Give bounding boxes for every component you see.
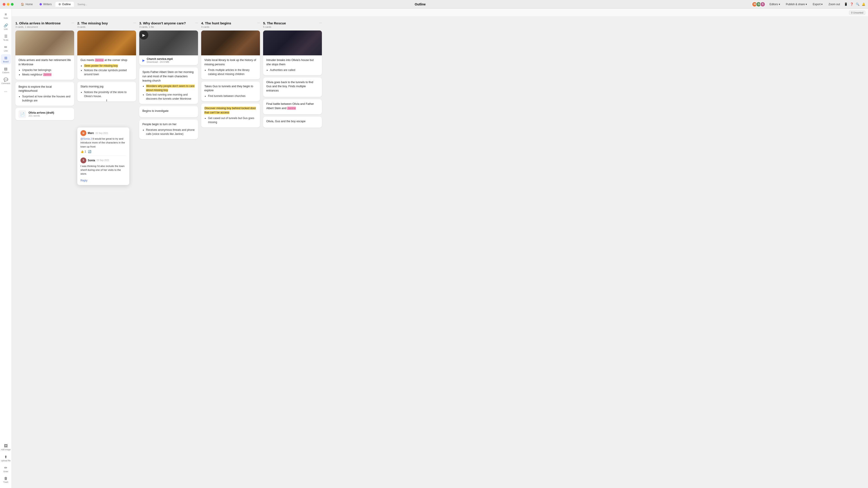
bell-icon[interactable]: 🔔 — [862, 2, 865, 6]
column-5-meta: 5 cards — [263, 26, 286, 28]
tabs: 🏠 Home Writers Outline — [18, 2, 74, 7]
column-missing-boy: 2. The missing boy 3 cards — Gus meets J… — [77, 21, 136, 101]
card-list: Sees poster for missing boy Notices the … — [81, 64, 133, 76]
column-3-header: 3. Why doesn't anyone care? 3 cards, 1 f… — [139, 21, 198, 28]
list-item: Authorities are called — [270, 68, 319, 72]
sidebar-item-todo[interactable]: ☰ To-do — [1, 33, 11, 42]
note-icon: ≡ — [5, 12, 7, 17]
sidebar-item-link[interactable]: 🔗 Link — [1, 22, 11, 32]
card-image-shop — [77, 31, 136, 55]
list-item: Notices the proximity of the store to Ol… — [84, 90, 133, 98]
comment-text: I was thinking I'd also include the town… — [81, 164, 126, 176]
column-3-handle[interactable]: — — [195, 21, 198, 24]
card-text: Discover missing boy behind locked door … — [204, 106, 257, 115]
marc-avatar: M — [81, 130, 86, 136]
card-list: Surprised at how similar the houses and … — [19, 94, 71, 103]
column-5-handle[interactable]: — — [319, 21, 322, 24]
highlight-locked-door: Discover missing boy behind locked door … — [204, 107, 256, 114]
card-text: Final battle between Olivia and Father A… — [266, 102, 319, 110]
list-item: Surprised at how similar the houses and … — [22, 94, 71, 103]
sidebar-item-note[interactable]: ≡ Note — [1, 11, 11, 21]
upload-icon: ⬆ — [4, 455, 7, 459]
list-item: Find tunnels between churches — [208, 94, 257, 98]
column-1-handle[interactable]: — — [71, 21, 74, 24]
sidebar-item-board[interactable]: ⊞ Board — [1, 54, 11, 64]
toolbar: 0 Unsorted — [12, 8, 868, 17]
comment-popup: M Marc 15 Sep 2021 @Sonia J It would be … — [77, 127, 129, 185]
zoom-out-button[interactable]: Zoom out — [827, 2, 842, 6]
sidebar-item-upload[interactable]: ⬆ Upload file — [1, 453, 11, 463]
sidebar-item-trash[interactable]: 🗑 Trash — [1, 475, 11, 485]
card-rescue-4: Olivia, Gus and the boy escape — [263, 117, 322, 128]
column-1-header: 1. Olivia arrives in Montrose 3 cards, 1… — [16, 21, 74, 28]
file-size-value: 24.9 MB — [160, 61, 169, 63]
card-olivia-2: Begins to explore the local neighbourhoo… — [16, 82, 74, 106]
download-link[interactable]: Download — [147, 61, 158, 63]
card-text: Begins to explore the local neighbourhoo… — [19, 85, 71, 93]
play-button[interactable]: ▶ — [139, 31, 148, 39]
comment-author: Marc — [88, 131, 94, 135]
card-list: Wonders why people don't seem to care ab… — [143, 84, 195, 101]
link-icon: 🔗 — [4, 23, 8, 28]
column-2-header: 2. The missing boy 3 cards — — [77, 21, 136, 28]
sidebar-item-add-image[interactable]: 🖼 Add image — [1, 442, 11, 452]
card-text: Olivia goes back to the tunnels to find … — [266, 80, 319, 93]
writers-dot — [39, 3, 42, 5]
list-item: Finds multiple articles in the library c… — [208, 68, 257, 76]
sidebar-item-more[interactable]: ··· — [1, 87, 11, 97]
board-icon: ⊞ — [4, 56, 7, 60]
comment-date: 15 Sep 2021 — [95, 132, 108, 134]
card-list: Authorities are called — [266, 68, 319, 72]
maximize-button[interactable] — [11, 3, 13, 6]
reply-button[interactable]: Reply — [81, 179, 88, 182]
home-icon: 🏠 — [21, 3, 24, 6]
column-4-header: 4. The hunt begins 4 cards — — [201, 21, 260, 28]
sidebar-item-column[interactable]: ▤ Column — [1, 65, 11, 75]
sidebar-item-comment[interactable]: 💬 Comment — [1, 76, 11, 86]
thumbs-up-reaction[interactable]: 👍 1 — [81, 150, 86, 153]
tab-home[interactable]: 🏠 Home — [18, 2, 36, 7]
canvas: 1. Olivia arrives in Montrose 3 cards, 1… — [12, 17, 868, 488]
chevron-down-icon: ▾ — [821, 3, 823, 6]
unsorted-badge[interactable]: 0 Unsorted — [849, 11, 865, 15]
saving-indicator: Saving... — [78, 3, 87, 6]
card-text: Spots Father Albert Stein on her morning… — [143, 70, 195, 83]
document-icon: 📄 — [19, 110, 26, 118]
column-3-meta: 3 cards, 1 file — [139, 26, 186, 28]
search-icon[interactable]: 🔍 — [856, 2, 860, 6]
play-file-icon: ▶ — [143, 59, 145, 62]
file-name: Church service.mp4 — [147, 57, 173, 61]
tab-outline[interactable]: Outline — [55, 2, 74, 7]
tab-writers[interactable]: Writers — [36, 2, 55, 7]
column-hunt-begins: 4. The hunt begins 4 cards — Visits loca… — [201, 21, 260, 127]
comment-reactions: 👍 1 🔄 — [81, 150, 126, 153]
sidebar-item-draw[interactable]: ✏ Draw — [1, 464, 11, 474]
highlight-care: Wonders why people don't seem to care ab… — [146, 85, 195, 92]
editors-button[interactable]: Editors ▾ — [768, 2, 782, 6]
card-text: Gus meets Janine at the corner shop — [81, 58, 133, 62]
column-5-title: 5. The Rescue — [263, 21, 286, 25]
close-button[interactable] — [3, 3, 5, 6]
traffic-lights — [3, 3, 13, 6]
card-rescue-1: Intruder breaks into Olivia's house but … — [263, 31, 322, 75]
card-olivia-draft[interactable]: 📄 Olivia arrives (draft) 201 words — [16, 108, 74, 120]
titlebar: 🏠 Home Writers Outline Saving... Outline… — [0, 0, 868, 8]
card-text: People begin to turn on her — [143, 122, 195, 127]
list-item: Notices the circular symbols posted arou… — [84, 68, 133, 76]
card-rescue-3: Final battle between Olivia and Father A… — [263, 99, 322, 115]
column-4-handle[interactable]: — — [257, 21, 260, 24]
export-button[interactable]: Export ▾ — [811, 2, 825, 6]
sidebar-item-line[interactable]: ✏ Line — [1, 43, 11, 53]
video-thumbnail: ▶ — [139, 31, 198, 55]
column-why-care: 3. Why doesn't anyone care? 3 cards, 1 f… — [139, 21, 198, 139]
comment-icon: 💬 — [4, 77, 8, 82]
outline-dot — [59, 3, 61, 5]
card-image-montrose — [16, 31, 74, 55]
column-2-handle[interactable]: — — [133, 21, 136, 24]
emoji-reaction[interactable]: 🔄 — [88, 150, 91, 153]
mention: @Sonia J — [81, 137, 92, 140]
more-icon: ··· — [4, 90, 7, 94]
minimize-button[interactable] — [7, 3, 9, 6]
publish-share-button[interactable]: Publish & share ▾ — [784, 2, 809, 6]
card-list: Get cased out of tunnels but Gus goes mi… — [204, 116, 257, 124]
